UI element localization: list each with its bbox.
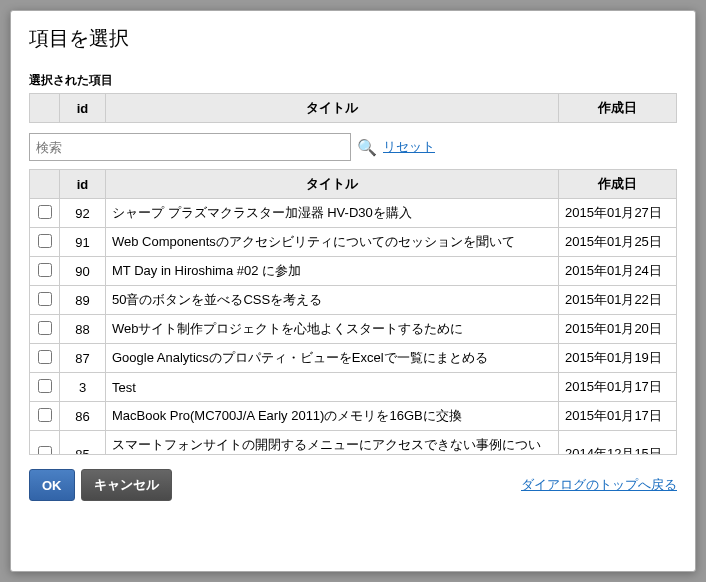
row-id: 88 — [60, 315, 106, 344]
row-checkbox-cell — [30, 315, 60, 344]
row-id: 90 — [60, 257, 106, 286]
row-title[interactable]: Test — [106, 373, 559, 402]
row-checkbox[interactable] — [38, 379, 52, 393]
row-date: 2015年01月22日 — [559, 286, 677, 315]
row-checkbox-cell — [30, 431, 60, 456]
row-checkbox[interactable] — [38, 263, 52, 277]
selected-items-label: 選択された項目 — [29, 72, 677, 89]
row-date: 2015年01月27日 — [559, 199, 677, 228]
row-id: 85 — [60, 431, 106, 456]
item-list-table: id タイトル 作成日 92シャープ プラズマクラスター加湿器 HV-D30を購… — [29, 169, 677, 455]
row-id: 91 — [60, 228, 106, 257]
row-date: 2015年01月24日 — [559, 257, 677, 286]
row-checkbox[interactable] — [38, 205, 52, 219]
row-id: 87 — [60, 344, 106, 373]
row-title[interactable]: Web Componentsのアクセシビリティについてのセッションを聞いて — [106, 228, 559, 257]
row-title[interactable]: Webサイト制作プロジェクトを心地よくスタートするために — [106, 315, 559, 344]
col-header-id: id — [60, 170, 106, 199]
row-title[interactable]: Google Analyticsのプロパティ・ビューをExcelで一覧にまとめる — [106, 344, 559, 373]
row-checkbox[interactable] — [38, 408, 52, 422]
row-title[interactable]: スマートフォンサイトの開閉するメニューにアクセスできない事例について（再掲） — [106, 431, 559, 456]
table-row: 92シャープ プラズマクラスター加湿器 HV-D30を購入2015年01月27日 — [30, 199, 677, 228]
row-id: 3 — [60, 373, 106, 402]
row-id: 86 — [60, 402, 106, 431]
row-checkbox[interactable] — [38, 350, 52, 364]
row-checkbox-cell — [30, 228, 60, 257]
col-header-title: タイトル — [106, 94, 559, 123]
cancel-button[interactable]: キャンセル — [81, 469, 172, 501]
col-header-date: 作成日 — [559, 94, 677, 123]
search-input[interactable] — [29, 133, 351, 161]
row-title[interactable]: 50音のボタンを並べるCSSを考える — [106, 286, 559, 315]
row-date: 2014年12月15日 — [559, 431, 677, 456]
row-checkbox-cell — [30, 402, 60, 431]
table-row: 87Google Analyticsのプロパティ・ビューをExcelで一覧にまと… — [30, 344, 677, 373]
row-checkbox[interactable] — [38, 446, 52, 456]
footer-buttons: OK キャンセル — [29, 469, 172, 501]
row-id: 92 — [60, 199, 106, 228]
row-checkbox[interactable] — [38, 234, 52, 248]
table-row: 3Test2015年01月17日 — [30, 373, 677, 402]
row-title[interactable]: MT Day in Hiroshima #02 に参加 — [106, 257, 559, 286]
row-checkbox[interactable] — [38, 321, 52, 335]
row-checkbox[interactable] — [38, 292, 52, 306]
row-checkbox-cell — [30, 199, 60, 228]
row-title[interactable]: MacBook Pro(MC700J/A Early 2011)のメモリを16G… — [106, 402, 559, 431]
row-date: 2015年01月19日 — [559, 344, 677, 373]
item-list-container[interactable]: id タイトル 作成日 92シャープ プラズマクラスター加湿器 HV-D30を購… — [29, 169, 677, 455]
col-header-title: タイトル — [106, 170, 559, 199]
row-checkbox-cell — [30, 286, 60, 315]
row-checkbox-cell — [30, 344, 60, 373]
row-date: 2015年01月17日 — [559, 373, 677, 402]
row-checkbox-cell — [30, 257, 60, 286]
reset-link[interactable]: リセット — [383, 138, 435, 156]
table-row: 85スマートフォンサイトの開閉するメニューにアクセスできない事例について（再掲）… — [30, 431, 677, 456]
row-id: 89 — [60, 286, 106, 315]
col-header-check — [30, 94, 60, 123]
dialog-title: 項目を選択 — [29, 25, 677, 52]
row-title[interactable]: シャープ プラズマクラスター加湿器 HV-D30を購入 — [106, 199, 559, 228]
row-date: 2015年01月25日 — [559, 228, 677, 257]
selected-items-table: id タイトル 作成日 — [29, 93, 677, 123]
table-row: 8950音のボタンを並べるCSSを考える2015年01月22日 — [30, 286, 677, 315]
row-date: 2015年01月20日 — [559, 315, 677, 344]
col-header-id: id — [60, 94, 106, 123]
table-row: 86MacBook Pro(MC700J/A Early 2011)のメモリを1… — [30, 402, 677, 431]
back-to-top-link[interactable]: ダイアログのトップへ戻る — [521, 476, 677, 494]
row-checkbox-cell — [30, 373, 60, 402]
select-item-dialog: 項目を選択 選択された項目 id タイトル 作成日 🔍 リセット id タイトル… — [10, 10, 696, 572]
search-icon[interactable]: 🔍 — [357, 138, 377, 157]
col-header-date: 作成日 — [559, 170, 677, 199]
search-row: 🔍 リセット — [29, 133, 677, 161]
row-date: 2015年01月17日 — [559, 402, 677, 431]
dialog-footer: OK キャンセル ダイアログのトップへ戻る — [29, 469, 677, 501]
table-row: 88Webサイト制作プロジェクトを心地よくスタートするために2015年01月20… — [30, 315, 677, 344]
table-row: 90MT Day in Hiroshima #02 に参加2015年01月24日 — [30, 257, 677, 286]
col-header-check — [30, 170, 60, 199]
table-row: 91Web Componentsのアクセシビリティについてのセッションを聞いて2… — [30, 228, 677, 257]
ok-button[interactable]: OK — [29, 469, 75, 501]
